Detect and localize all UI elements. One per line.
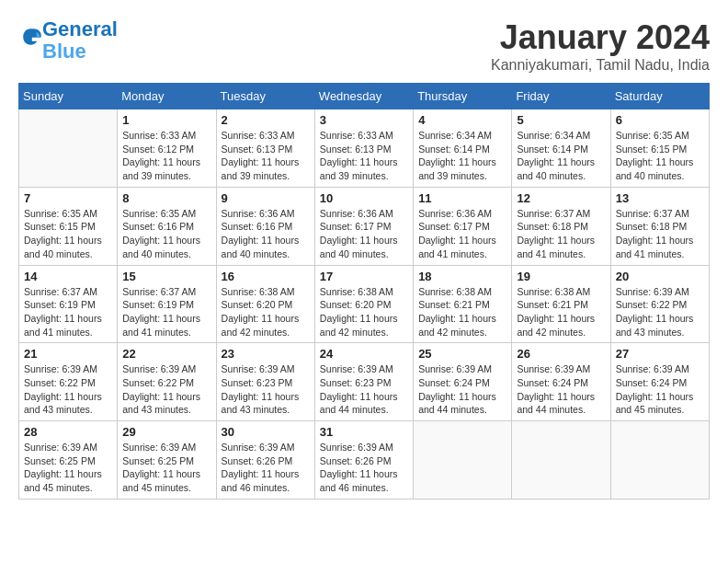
day-number: 8 xyxy=(122,191,210,205)
table-row: 8 Sunrise: 6:35 AMSunset: 6:16 PMDayligh… xyxy=(118,187,216,265)
day-detail: Sunrise: 6:34 AMSunset: 6:14 PMDaylight:… xyxy=(517,129,605,183)
day-detail: Sunrise: 6:37 AMSunset: 6:19 PMDaylight:… xyxy=(24,285,112,339)
day-number: 1 xyxy=(122,113,210,127)
day-number: 14 xyxy=(24,270,112,283)
header-sunday: Sunday xyxy=(19,84,118,109)
header-thursday: Thursday xyxy=(414,84,512,109)
day-number: 7 xyxy=(24,191,112,205)
table-row: 27 Sunrise: 6:39 AMSunset: 6:24 PMDaylig… xyxy=(610,343,709,421)
table-row: 9 Sunrise: 6:36 AMSunset: 6:16 PMDayligh… xyxy=(216,187,314,265)
table-row xyxy=(414,421,512,500)
calendar-week-row: 28 Sunrise: 6:39 AMSunset: 6:25 PMDaylig… xyxy=(19,421,710,500)
table-row: 15 Sunrise: 6:37 AMSunset: 6:19 PMDaylig… xyxy=(118,265,216,343)
day-detail: Sunrise: 6:36 AMSunset: 6:17 PMDaylight:… xyxy=(418,207,506,261)
table-row: 13 Sunrise: 6:37 AMSunset: 6:18 PMDaylig… xyxy=(610,187,709,265)
table-row: 2 Sunrise: 6:33 AMSunset: 6:13 PMDayligh… xyxy=(216,109,314,188)
day-detail: Sunrise: 6:33 AMSunset: 6:12 PMDaylight:… xyxy=(122,129,210,183)
table-row: 29 Sunrise: 6:39 AMSunset: 6:25 PMDaylig… xyxy=(118,421,216,500)
day-number: 22 xyxy=(122,347,210,361)
day-detail: Sunrise: 6:38 AMSunset: 6:21 PMDaylight:… xyxy=(517,285,605,339)
day-detail: Sunrise: 6:39 AMSunset: 6:25 PMDaylight:… xyxy=(122,441,210,495)
table-row: 14 Sunrise: 6:37 AMSunset: 6:19 PMDaylig… xyxy=(19,265,118,343)
day-number: 10 xyxy=(320,191,408,205)
day-number: 28 xyxy=(24,425,112,439)
day-number: 26 xyxy=(517,347,605,361)
calendar-week-row: 21 Sunrise: 6:39 AMSunset: 6:22 PMDaylig… xyxy=(19,343,710,421)
title-section: January 2024 Kanniyakumari, Tamil Nadu, … xyxy=(491,18,710,74)
table-row: 10 Sunrise: 6:36 AMSunset: 6:17 PMDaylig… xyxy=(314,187,413,265)
table-row xyxy=(512,421,610,500)
table-row: 21 Sunrise: 6:39 AMSunset: 6:22 PMDaylig… xyxy=(19,343,118,421)
day-detail: Sunrise: 6:36 AMSunset: 6:17 PMDaylight:… xyxy=(320,207,408,261)
day-number: 20 xyxy=(616,270,704,283)
header-tuesday: Tuesday xyxy=(216,84,314,109)
day-detail: Sunrise: 6:39 AMSunset: 6:23 PMDaylight:… xyxy=(320,362,408,417)
day-number: 19 xyxy=(517,270,605,283)
day-number: 17 xyxy=(320,270,408,283)
table-row: 18 Sunrise: 6:38 AMSunset: 6:21 PMDaylig… xyxy=(414,265,512,343)
header-saturday: Saturday xyxy=(610,84,709,109)
day-number: 30 xyxy=(222,425,310,439)
calendar-table: Sunday Monday Tuesday Wednesday Thursday… xyxy=(18,83,710,500)
day-detail: Sunrise: 6:33 AMSunset: 6:13 PMDaylight:… xyxy=(320,129,408,183)
day-detail: Sunrise: 6:38 AMSunset: 6:20 PMDaylight:… xyxy=(320,285,408,339)
day-number: 6 xyxy=(616,113,704,127)
month-title: January 2024 xyxy=(491,18,710,57)
header-friday: Friday xyxy=(512,84,610,109)
table-row: 23 Sunrise: 6:39 AMSunset: 6:23 PMDaylig… xyxy=(216,343,314,421)
day-number: 29 xyxy=(122,425,210,439)
day-number: 15 xyxy=(122,270,210,283)
table-row: 12 Sunrise: 6:37 AMSunset: 6:18 PMDaylig… xyxy=(512,187,610,265)
logo: General Blue xyxy=(18,18,118,63)
day-number: 18 xyxy=(418,270,506,283)
day-detail: Sunrise: 6:39 AMSunset: 6:26 PMDaylight:… xyxy=(320,441,408,495)
day-number: 23 xyxy=(222,347,310,361)
day-detail: Sunrise: 6:38 AMSunset: 6:21 PMDaylight:… xyxy=(418,285,506,339)
table-row: 28 Sunrise: 6:39 AMSunset: 6:25 PMDaylig… xyxy=(19,421,118,500)
table-row: 5 Sunrise: 6:34 AMSunset: 6:14 PMDayligh… xyxy=(512,109,610,188)
calendar-week-row: 14 Sunrise: 6:37 AMSunset: 6:19 PMDaylig… xyxy=(19,265,710,343)
table-row: 25 Sunrise: 6:39 AMSunset: 6:24 PMDaylig… xyxy=(414,343,512,421)
day-detail: Sunrise: 6:37 AMSunset: 6:19 PMDaylight:… xyxy=(122,285,210,339)
header-wednesday: Wednesday xyxy=(314,84,413,109)
day-number: 21 xyxy=(24,347,112,361)
table-row: 19 Sunrise: 6:38 AMSunset: 6:21 PMDaylig… xyxy=(512,265,610,343)
day-number: 25 xyxy=(418,347,506,361)
day-number: 11 xyxy=(418,191,506,205)
calendar-week-row: 7 Sunrise: 6:35 AMSunset: 6:15 PMDayligh… xyxy=(19,187,710,265)
table-row: 16 Sunrise: 6:38 AMSunset: 6:20 PMDaylig… xyxy=(216,265,314,343)
logo-icon xyxy=(20,26,42,48)
table-row: 7 Sunrise: 6:35 AMSunset: 6:15 PMDayligh… xyxy=(19,187,118,265)
table-row: 24 Sunrise: 6:39 AMSunset: 6:23 PMDaylig… xyxy=(314,343,413,421)
day-detail: Sunrise: 6:34 AMSunset: 6:14 PMDaylight:… xyxy=(418,129,506,183)
header-monday: Monday xyxy=(118,84,216,109)
day-number: 9 xyxy=(222,191,310,205)
day-detail: Sunrise: 6:35 AMSunset: 6:16 PMDaylight:… xyxy=(122,207,210,261)
table-row: 26 Sunrise: 6:39 AMSunset: 6:24 PMDaylig… xyxy=(512,343,610,421)
calendar-header-row: Sunday Monday Tuesday Wednesday Thursday… xyxy=(19,84,710,109)
calendar-week-row: 1 Sunrise: 6:33 AMSunset: 6:12 PMDayligh… xyxy=(19,109,710,188)
table-row xyxy=(19,109,118,188)
table-row: 6 Sunrise: 6:35 AMSunset: 6:15 PMDayligh… xyxy=(610,109,709,188)
day-detail: Sunrise: 6:39 AMSunset: 6:24 PMDaylight:… xyxy=(616,362,704,417)
day-detail: Sunrise: 6:35 AMSunset: 6:15 PMDaylight:… xyxy=(24,207,112,261)
table-row xyxy=(610,421,709,500)
day-detail: Sunrise: 6:35 AMSunset: 6:15 PMDaylight:… xyxy=(616,129,704,183)
day-detail: Sunrise: 6:33 AMSunset: 6:13 PMDaylight:… xyxy=(222,129,310,183)
day-number: 13 xyxy=(616,191,704,205)
logo-text: General Blue xyxy=(42,18,118,63)
day-detail: Sunrise: 6:39 AMSunset: 6:24 PMDaylight:… xyxy=(517,362,605,417)
day-detail: Sunrise: 6:36 AMSunset: 6:16 PMDaylight:… xyxy=(222,207,310,261)
day-detail: Sunrise: 6:39 AMSunset: 6:26 PMDaylight:… xyxy=(222,441,310,495)
table-row: 4 Sunrise: 6:34 AMSunset: 6:14 PMDayligh… xyxy=(414,109,512,188)
day-detail: Sunrise: 6:37 AMSunset: 6:18 PMDaylight:… xyxy=(616,207,704,261)
table-row: 17 Sunrise: 6:38 AMSunset: 6:20 PMDaylig… xyxy=(314,265,413,343)
table-row: 11 Sunrise: 6:36 AMSunset: 6:17 PMDaylig… xyxy=(414,187,512,265)
day-detail: Sunrise: 6:39 AMSunset: 6:22 PMDaylight:… xyxy=(24,362,112,417)
table-row: 1 Sunrise: 6:33 AMSunset: 6:12 PMDayligh… xyxy=(118,109,216,188)
table-row: 22 Sunrise: 6:39 AMSunset: 6:22 PMDaylig… xyxy=(118,343,216,421)
day-number: 5 xyxy=(517,113,605,127)
day-number: 4 xyxy=(418,113,506,127)
day-number: 24 xyxy=(320,347,408,361)
day-detail: Sunrise: 6:39 AMSunset: 6:24 PMDaylight:… xyxy=(418,362,506,417)
